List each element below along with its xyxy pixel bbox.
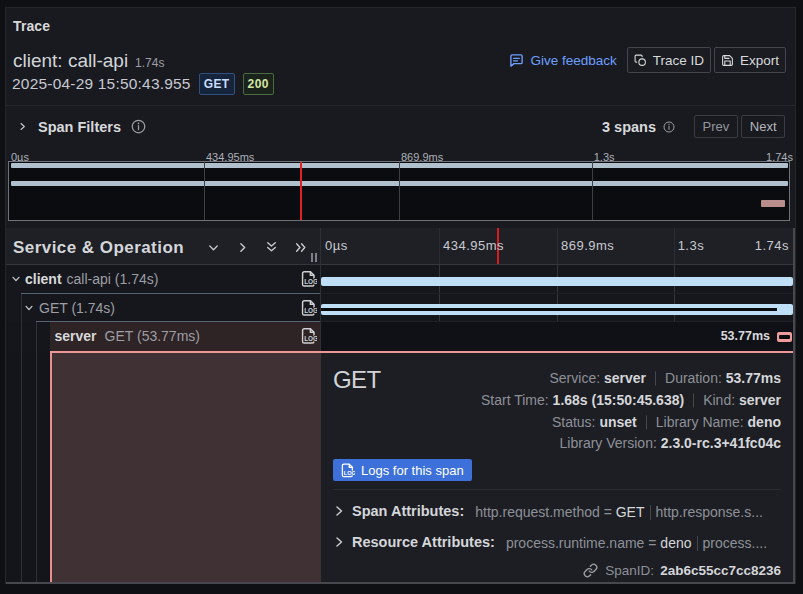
overview-value: server — [739, 392, 781, 408]
method-badge: GET — [199, 73, 235, 95]
span-attributes-accordion[interactable]: Span Attributes: http.request.method = G… — [333, 502, 781, 520]
svg-text:LOG: LOG — [344, 470, 355, 476]
overview-label: Duration: — [665, 370, 726, 386]
indent-guide — [21, 294, 23, 323]
log-icon: LOG — [341, 463, 355, 478]
selected-span-name[interactable]: server GET (53.77ms) LOG — [50, 322, 320, 351]
indent-guide — [21, 351, 23, 583]
minimap-span-bar — [761, 200, 786, 207]
chevron-right-icon — [333, 505, 352, 517]
span-filters-row: Span Filters 3 spans Prev Next — [6, 106, 795, 147]
minimap-gridline — [204, 162, 205, 220]
resource-attributes-accordion[interactable]: Resource Attributes: process.runtime.nam… — [333, 533, 781, 551]
divider — [693, 393, 694, 407]
trace-timestamp: 2025-04-29 15:50:43.955 — [12, 75, 191, 93]
ruler-tick-label: 1.3s — [678, 238, 705, 253]
chevron-down-icon[interactable] — [199, 238, 228, 256]
span-rows: client call-api (1.74s) LOG GET (1.74s) — [6, 265, 793, 351]
overview-label: Kind: — [703, 392, 739, 408]
critical-path-stripe — [779, 335, 790, 338]
chevron-right-icon — [18, 121, 27, 132]
minimap-tick-labels: 0µs434.95ms869.9ms1.3s1.74s — [6, 147, 795, 161]
log-icon[interactable]: LOG — [301, 299, 317, 316]
overview-row: Library Version: 2.3.0-rc.3+41fc04c — [481, 433, 781, 455]
critical-path-stripe — [321, 308, 777, 311]
column-resize-grip[interactable] — [309, 253, 317, 262]
span-navigation: 3 spans Prev Next — [602, 115, 785, 138]
indent-guide — [36, 322, 38, 351]
trace-id-button[interactable]: Trace ID — [627, 47, 711, 73]
svg-text:LOG: LOG — [304, 335, 317, 342]
next-span-button[interactable]: Next — [741, 115, 785, 138]
ruler-tick-label: 434.95ms — [443, 238, 504, 253]
overview-label: Status: — [552, 414, 599, 430]
attribute-key: http.response.s... — [656, 504, 763, 520]
accordion-title: Resource Attributes: — [352, 534, 495, 550]
link-icon[interactable] — [583, 563, 598, 578]
prev-span-button[interactable]: Prev — [694, 115, 738, 138]
log-icon[interactable]: LOG — [301, 328, 317, 345]
overview-label: Library Name: — [656, 414, 748, 430]
overview-value: 53.77ms — [726, 370, 781, 386]
span-service: server — [55, 328, 97, 344]
span-track[interactable]: 53.77ms — [321, 322, 793, 351]
span-name-cell[interactable]: client call-api (1.74s) LOG — [6, 265, 321, 294]
chevron-right-icon[interactable] — [228, 238, 257, 256]
logs-for-span-button[interactable]: LOG Logs for this span — [333, 459, 472, 481]
overview-value: 1.68s (15:50:45.638) — [553, 392, 685, 408]
logs-button-label: Logs for this span — [361, 463, 464, 478]
overview-value: unset — [599, 414, 636, 430]
ruler-gridline — [439, 228, 440, 264]
span-name-cell[interactable]: server GET (53.77ms) LOG — [6, 322, 321, 351]
attribute-key: process.runtime.name = — [506, 535, 660, 551]
span-row-get[interactable]: GET (1.74s) LOG — [6, 294, 793, 323]
span-bar[interactable] — [321, 277, 793, 286]
divider — [646, 415, 647, 429]
chevron-down-icon[interactable] — [8, 274, 24, 284]
span-operation: call-api (1.74s) — [67, 271, 159, 287]
span-duration-label: 53.77ms — [721, 329, 770, 343]
minimap-canvas[interactable] — [8, 161, 790, 221]
minimap-gridline — [592, 162, 593, 220]
overview-label: Start Time: — [481, 392, 553, 408]
span-bar[interactable] — [777, 332, 792, 343]
log-icon[interactable]: LOG — [301, 271, 317, 288]
collapse-controls — [199, 238, 315, 256]
export-button[interactable]: Export — [714, 47, 786, 73]
indent-guide — [36, 351, 38, 583]
chevron-right-icon — [333, 536, 352, 548]
svg-text:LOG: LOG — [304, 307, 317, 314]
chevron-down-icon[interactable] — [21, 303, 37, 313]
span-name-cell[interactable]: GET (1.74s) LOG — [6, 294, 321, 323]
trace-panel: Trace client: call-api 1.74s 2025-04-29 … — [5, 7, 796, 584]
attribute-key: process.... — [703, 535, 768, 551]
ruler-tick-label: 869.9ms — [561, 238, 614, 253]
info-icon — [663, 121, 675, 133]
ruler: 0µs434.95ms869.9ms1.3s1.74s — [321, 228, 793, 264]
span-track[interactable] — [321, 265, 793, 294]
ruler-gridline — [674, 228, 675, 264]
minimap-gridline — [399, 162, 400, 220]
detail-name-column[interactable] — [50, 353, 321, 582]
span-track[interactable] — [321, 294, 793, 323]
indent-guide — [21, 322, 23, 351]
minimap-cursor[interactable] — [300, 162, 302, 220]
double-chevron-down-icon[interactable] — [257, 238, 286, 256]
span-row-client[interactable]: client call-api (1.74s) LOG — [6, 265, 793, 294]
span-service: client — [25, 271, 62, 287]
save-icon — [721, 54, 734, 67]
attribute-value: deno — [660, 535, 691, 551]
divider — [333, 489, 781, 490]
trace-title: client: call-api — [13, 50, 128, 72]
give-feedback-link[interactable]: Give feedback — [509, 53, 616, 68]
ruler-gridline — [557, 228, 558, 264]
detail-span-title: GET — [333, 368, 381, 455]
overview-row: Start Time: 1.68s (15:50:45.638)Kind: se… — [481, 390, 781, 412]
attribute-value: GET — [616, 504, 645, 520]
overview-label: Library Version: — [560, 435, 661, 451]
span-row-server[interactable]: server GET (53.77ms) LOG 53.77ms — [6, 322, 793, 351]
status-badge: 200 — [243, 73, 274, 95]
give-feedback-label: Give feedback — [530, 53, 616, 68]
overview-row: Status: unsetLibrary Name: deno — [481, 412, 781, 434]
span-filters-toggle[interactable]: Span Filters — [18, 119, 146, 135]
